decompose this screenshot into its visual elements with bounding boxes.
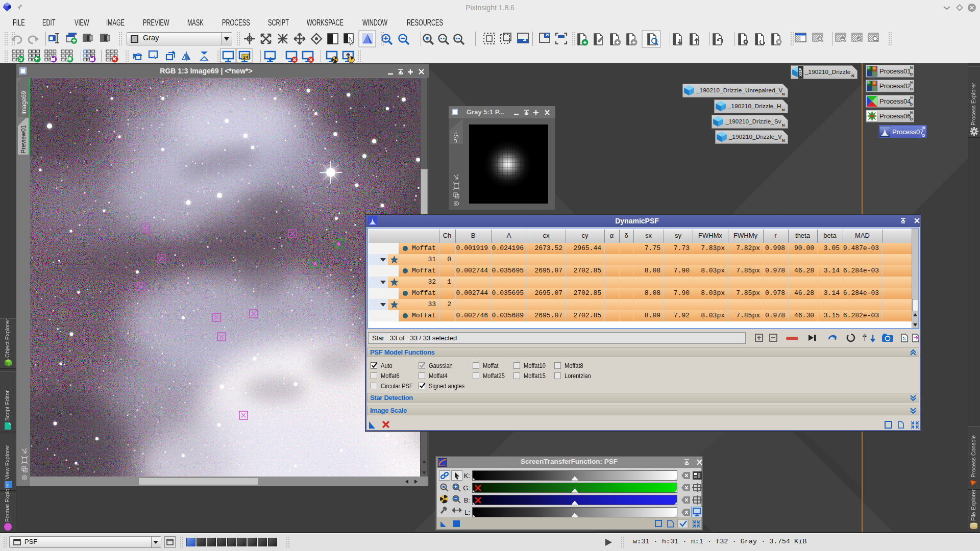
- svg-text:Σ: Σ: [902, 335, 906, 341]
- svg-text:24: 24: [243, 55, 248, 60]
